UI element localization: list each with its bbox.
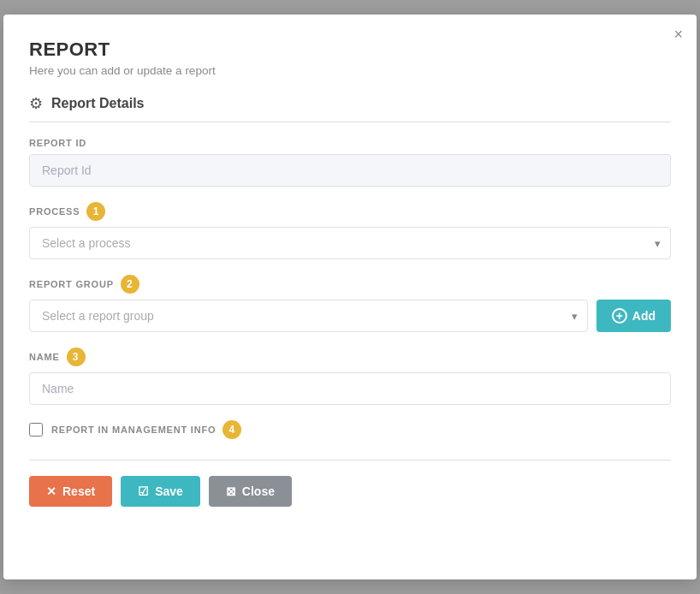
process-select[interactable]: Select a process [29, 227, 671, 259]
name-input[interactable] [29, 372, 671, 405]
report-group-group: REPORT GROUP 2 Select a report group ▾ +… [29, 275, 671, 332]
management-info-badge: 4 [222, 420, 241, 439]
save-icon: ☑ [138, 484, 149, 498]
section-title: Report Details [51, 96, 144, 111]
reset-button[interactable]: ✕ Reset [29, 476, 112, 507]
report-group-select-wrapper: Select a report group ▾ [29, 300, 588, 332]
footer-divider [29, 460, 671, 460]
management-info-checkbox[interactable] [29, 423, 43, 437]
modal-subtitle: Here you can add or update a report [29, 64, 671, 77]
close-button[interactable]: ⊠ Close [209, 476, 292, 507]
report-id-input[interactable] [29, 154, 671, 187]
report-group-row: Select a report group ▾ + Add [29, 300, 671, 332]
close-box-icon: ⊠ [226, 484, 236, 498]
modal-overlay: × REPORT Here you can add or update a re… [0, 0, 700, 594]
close-icon[interactable]: × [673, 27, 683, 42]
name-badge: 3 [67, 347, 86, 366]
management-info-label: REPORT IN MANAGEMENT INFO 4 [51, 420, 241, 439]
settings-icon: ⚙ [29, 94, 43, 113]
close-label: Close [242, 484, 275, 498]
report-group-badge: 2 [121, 275, 139, 294]
footer-buttons: ✕ Reset ☑ Save ⊠ Close [29, 476, 671, 507]
report-group-select[interactable]: Select a report group [29, 300, 588, 332]
report-id-group: REPORT ID [29, 138, 671, 187]
modal-title: REPORT [29, 39, 671, 61]
report-group-label: REPORT GROUP 2 [29, 275, 671, 294]
x-icon: ✕ [46, 484, 56, 498]
section-header: ⚙ Report Details [29, 94, 671, 122]
report-id-label: REPORT ID [29, 138, 671, 148]
process-badge: 1 [86, 202, 105, 221]
save-label: Save [155, 484, 183, 498]
process-label: PROCESS 1 [29, 202, 671, 221]
management-info-row: REPORT IN MANAGEMENT INFO 4 [29, 420, 671, 439]
save-button[interactable]: ☑ Save [121, 476, 200, 507]
name-group: NAME 3 [29, 347, 671, 405]
add-button-label: Add [632, 309, 656, 323]
add-button[interactable]: + Add [596, 300, 671, 332]
process-group: PROCESS 1 Select a process ▾ [29, 202, 671, 259]
plus-circle-icon: + [612, 308, 627, 324]
modal-container: × REPORT Here you can add or update a re… [3, 15, 697, 579]
name-label: NAME 3 [29, 347, 671, 366]
process-select-wrapper: Select a process ▾ [29, 227, 671, 259]
reset-label: Reset [62, 484, 95, 498]
